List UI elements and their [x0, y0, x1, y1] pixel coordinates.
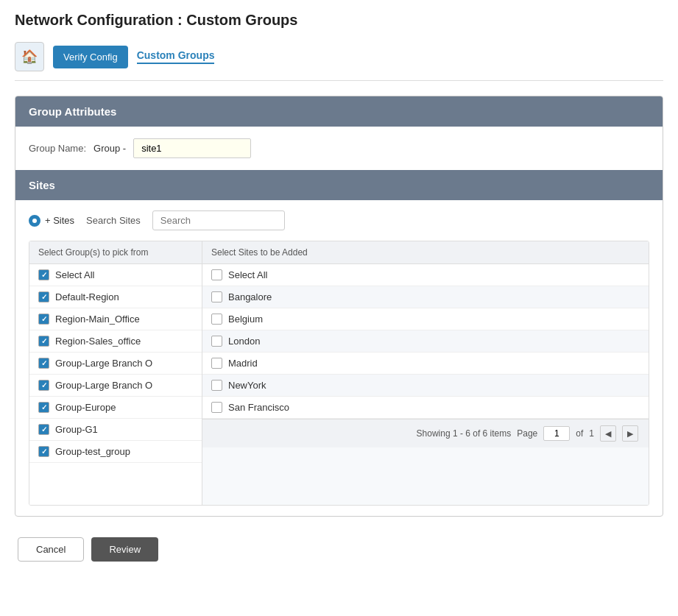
- home-icon: 🏠: [21, 49, 38, 65]
- group-label: Group-Large Branch O: [55, 380, 152, 391]
- group-label: Select All: [55, 269, 94, 280]
- page-input[interactable]: [543, 426, 570, 441]
- site-label: London: [228, 336, 260, 347]
- site-label: Bangalore: [228, 291, 272, 302]
- main-card: Group Attributes Group Name: Group - Sit…: [15, 96, 663, 517]
- site-item[interactable]: Madrid: [202, 353, 649, 375]
- custom-groups-link[interactable]: Custom Groups: [137, 49, 215, 64]
- search-input[interactable]: [152, 210, 285, 230]
- site-label: Madrid: [228, 358, 258, 369]
- add-sites-label: + Sites: [45, 215, 74, 226]
- group-item[interactable]: ✓Region-Main_Office: [29, 308, 202, 330]
- right-panel-header: Select Sites to be Added: [202, 241, 649, 264]
- next-page-button[interactable]: ▶: [622, 425, 638, 442]
- group-label: Group-test_group: [55, 446, 130, 457]
- two-panel: Select Group(s) to pick from ✓Select All…: [29, 241, 649, 506]
- group-checkbox[interactable]: ✓: [38, 269, 49, 280]
- site-checkbox[interactable]: [211, 402, 222, 413]
- total-pages: 1: [589, 428, 594, 439]
- group-item[interactable]: ✓Group-test_group: [29, 441, 202, 463]
- groups-list: ✓Select All✓Default-Region✓Region-Main_O…: [29, 264, 202, 463]
- prev-page-button[interactable]: ◀: [600, 425, 616, 442]
- add-sites-radio[interactable]: + Sites: [29, 215, 74, 227]
- site-item[interactable]: Belgium: [202, 308, 649, 330]
- group-item[interactable]: ✓Group-G1: [29, 419, 202, 441]
- group-checkbox[interactable]: ✓: [38, 446, 49, 457]
- group-item[interactable]: ✓Default-Region: [29, 286, 202, 308]
- group-label: Group-G1: [55, 424, 98, 435]
- right-panel: Select Sites to be Added Select AllBanga…: [202, 241, 649, 505]
- group-label: Group-Europe: [55, 402, 116, 413]
- sites-body: + Sites Search Sites Select Group(s) to …: [15, 200, 663, 516]
- home-icon-btn[interactable]: 🏠: [15, 42, 44, 71]
- pagination-bar: Showing 1 - 6 of 6 items Page of 1 ◀ ▶: [202, 419, 649, 447]
- review-button[interactable]: Review: [91, 537, 158, 562]
- group-checkbox[interactable]: ✓: [38, 380, 49, 391]
- group-checkbox[interactable]: ✓: [38, 402, 49, 413]
- group-label: Default-Region: [55, 291, 119, 302]
- group-item[interactable]: ✓Group-Large Branch O: [29, 375, 202, 397]
- sites-header: Sites: [15, 170, 663, 200]
- group-checkbox[interactable]: ✓: [38, 291, 49, 302]
- left-panel: Select Group(s) to pick from ✓Select All…: [29, 241, 202, 505]
- group-checkbox[interactable]: ✓: [38, 424, 49, 435]
- site-label: Select All: [228, 269, 267, 280]
- sites-top-row: + Sites Search Sites: [29, 210, 649, 230]
- site-label: San Francisco: [228, 402, 289, 413]
- group-label: Region-Sales_office: [55, 336, 141, 347]
- of-label: of: [576, 428, 583, 439]
- group-attributes-header: Group Attributes: [15, 96, 663, 127]
- page-label: Page: [517, 428, 537, 439]
- site-checkbox[interactable]: [211, 314, 222, 325]
- site-label: Belgium: [228, 314, 263, 325]
- cancel-button[interactable]: Cancel: [18, 537, 84, 562]
- group-name-label: Group Name:: [29, 143, 86, 154]
- site-checkbox[interactable]: [211, 358, 222, 369]
- site-item[interactable]: San Francisco: [202, 397, 649, 419]
- group-attributes-body: Group Name: Group -: [15, 127, 663, 170]
- site-item[interactable]: London: [202, 330, 649, 353]
- group-prefix: Group -: [93, 143, 126, 154]
- site-checkbox[interactable]: [211, 291, 222, 302]
- site-item[interactable]: NewYork: [202, 375, 649, 397]
- site-label: NewYork: [228, 380, 266, 391]
- group-item[interactable]: ✓Region-Sales_office: [29, 330, 202, 353]
- nav-bar: 🏠 Verify Config Custom Groups: [15, 42, 663, 81]
- site-item[interactable]: Select All: [202, 264, 649, 286]
- group-item[interactable]: ✓Group-Europe: [29, 397, 202, 419]
- verify-config-button[interactable]: Verify Config: [53, 46, 128, 68]
- site-item[interactable]: Bangalore: [202, 286, 649, 308]
- group-name-input[interactable]: [133, 138, 251, 158]
- group-item[interactable]: ✓Group-Large Branch O: [29, 353, 202, 375]
- sites-list: Select AllBangaloreBelgiumLondonMadridNe…: [202, 264, 649, 419]
- group-label: Region-Main_Office: [55, 314, 140, 325]
- left-panel-header: Select Group(s) to pick from: [29, 241, 202, 264]
- site-checkbox[interactable]: [211, 380, 222, 391]
- site-checkbox[interactable]: [211, 336, 222, 347]
- group-item[interactable]: ✓Select All: [29, 264, 202, 286]
- search-sites-label: Search Sites: [86, 215, 141, 226]
- radio-circle: [29, 215, 40, 227]
- group-checkbox[interactable]: ✓: [38, 358, 49, 369]
- group-checkbox[interactable]: ✓: [38, 314, 49, 325]
- footer-actions: Cancel Review: [15, 528, 663, 570]
- page-title: Network Configuration : Custom Groups: [15, 12, 663, 29]
- showing-text: Showing 1 - 6 of 6 items: [417, 428, 512, 439]
- site-checkbox[interactable]: [211, 269, 222, 280]
- group-label: Group-Large Branch O: [55, 358, 152, 369]
- group-checkbox[interactable]: ✓: [38, 336, 49, 347]
